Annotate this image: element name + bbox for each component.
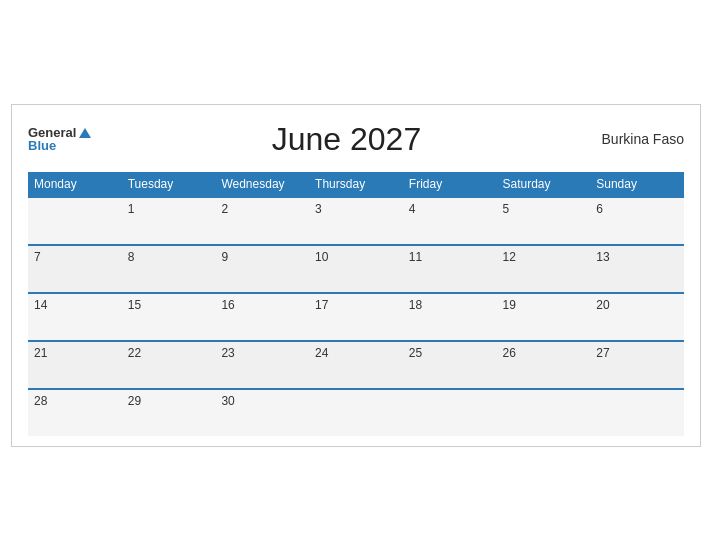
day-number: 23 xyxy=(221,346,234,360)
logo-triangle-icon xyxy=(79,128,91,138)
logo-blue-text: Blue xyxy=(28,139,91,152)
day-number: 24 xyxy=(315,346,328,360)
calendar-day-cell xyxy=(497,389,591,436)
calendar-day-cell: 17 xyxy=(309,293,403,341)
day-number: 18 xyxy=(409,298,422,312)
calendar-day-cell xyxy=(403,389,497,436)
day-number: 3 xyxy=(315,202,322,216)
calendar-day-cell: 4 xyxy=(403,197,497,245)
day-number: 14 xyxy=(34,298,47,312)
calendar-container: General Blue June 2027 Burkina Faso Mond… xyxy=(11,104,701,447)
header-sunday: Sunday xyxy=(590,172,684,197)
calendar-thead: Monday Tuesday Wednesday Thursday Friday… xyxy=(28,172,684,197)
calendar-day-cell: 20 xyxy=(590,293,684,341)
calendar-week-row: 282930 xyxy=(28,389,684,436)
calendar-day-cell: 1 xyxy=(122,197,216,245)
day-number: 5 xyxy=(503,202,510,216)
day-number: 2 xyxy=(221,202,228,216)
calendar-day-cell: 26 xyxy=(497,341,591,389)
header-thursday: Thursday xyxy=(309,172,403,197)
calendar-day-cell: 3 xyxy=(309,197,403,245)
calendar-day-cell: 29 xyxy=(122,389,216,436)
day-number: 25 xyxy=(409,346,422,360)
calendar-day-cell: 21 xyxy=(28,341,122,389)
days-header-row: Monday Tuesday Wednesday Thursday Friday… xyxy=(28,172,684,197)
day-number: 13 xyxy=(596,250,609,264)
calendar-day-cell xyxy=(28,197,122,245)
day-number: 21 xyxy=(34,346,47,360)
day-number: 12 xyxy=(503,250,516,264)
day-number: 17 xyxy=(315,298,328,312)
calendar-day-cell xyxy=(590,389,684,436)
day-number: 16 xyxy=(221,298,234,312)
calendar-title: June 2027 xyxy=(272,121,421,158)
calendar-table: Monday Tuesday Wednesday Thursday Friday… xyxy=(28,172,684,436)
day-number: 7 xyxy=(34,250,41,264)
day-number: 15 xyxy=(128,298,141,312)
calendar-day-cell: 10 xyxy=(309,245,403,293)
header-friday: Friday xyxy=(403,172,497,197)
calendar-day-cell: 7 xyxy=(28,245,122,293)
day-number: 10 xyxy=(315,250,328,264)
calendar-day-cell: 6 xyxy=(590,197,684,245)
header-tuesday: Tuesday xyxy=(122,172,216,197)
calendar-day-cell: 24 xyxy=(309,341,403,389)
day-number: 19 xyxy=(503,298,516,312)
calendar-day-cell: 22 xyxy=(122,341,216,389)
calendar-body: 1234567891011121314151617181920212223242… xyxy=(28,197,684,436)
calendar-day-cell: 14 xyxy=(28,293,122,341)
calendar-day-cell: 30 xyxy=(215,389,309,436)
day-number: 26 xyxy=(503,346,516,360)
calendar-week-row: 123456 xyxy=(28,197,684,245)
calendar-day-cell: 15 xyxy=(122,293,216,341)
calendar-day-cell: 18 xyxy=(403,293,497,341)
calendar-header: General Blue June 2027 Burkina Faso xyxy=(28,121,684,158)
calendar-day-cell xyxy=(309,389,403,436)
calendar-day-cell: 2 xyxy=(215,197,309,245)
calendar-day-cell: 11 xyxy=(403,245,497,293)
header-monday: Monday xyxy=(28,172,122,197)
day-number: 20 xyxy=(596,298,609,312)
country-name: Burkina Faso xyxy=(602,131,684,147)
day-number: 1 xyxy=(128,202,135,216)
calendar-day-cell: 16 xyxy=(215,293,309,341)
calendar-week-row: 78910111213 xyxy=(28,245,684,293)
calendar-day-cell: 12 xyxy=(497,245,591,293)
calendar-day-cell: 27 xyxy=(590,341,684,389)
day-number: 28 xyxy=(34,394,47,408)
calendar-day-cell: 13 xyxy=(590,245,684,293)
header-saturday: Saturday xyxy=(497,172,591,197)
day-number: 6 xyxy=(596,202,603,216)
calendar-day-cell: 25 xyxy=(403,341,497,389)
day-number: 4 xyxy=(409,202,416,216)
calendar-week-row: 14151617181920 xyxy=(28,293,684,341)
calendar-day-cell: 19 xyxy=(497,293,591,341)
day-number: 8 xyxy=(128,250,135,264)
day-number: 22 xyxy=(128,346,141,360)
day-number: 27 xyxy=(596,346,609,360)
day-number: 29 xyxy=(128,394,141,408)
calendar-day-cell: 9 xyxy=(215,245,309,293)
calendar-day-cell: 28 xyxy=(28,389,122,436)
header-wednesday: Wednesday xyxy=(215,172,309,197)
day-number: 9 xyxy=(221,250,228,264)
logo: General Blue xyxy=(28,126,91,152)
calendar-day-cell: 23 xyxy=(215,341,309,389)
day-number: 30 xyxy=(221,394,234,408)
day-number: 11 xyxy=(409,250,422,264)
calendar-day-cell: 5 xyxy=(497,197,591,245)
calendar-week-row: 21222324252627 xyxy=(28,341,684,389)
calendar-day-cell: 8 xyxy=(122,245,216,293)
